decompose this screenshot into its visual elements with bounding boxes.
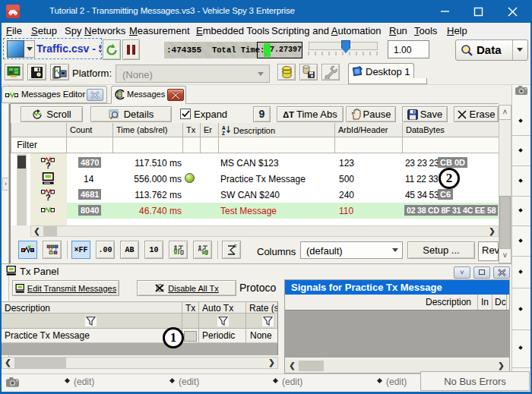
svg-text:?: ?: [46, 193, 51, 200]
svg-text:Z: Z: [222, 131, 225, 136]
svg-text:?: ?: [46, 161, 51, 169]
